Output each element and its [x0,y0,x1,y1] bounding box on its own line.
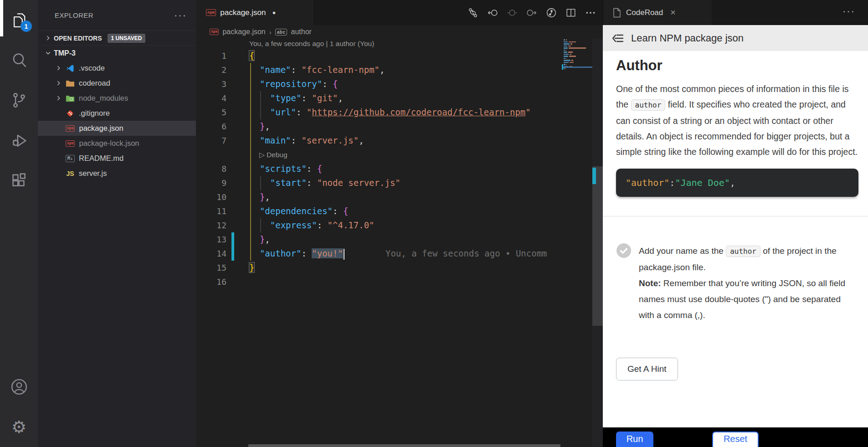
line-number: 4 [206,91,226,105]
more-actions-icon[interactable]: ··· [174,10,187,21]
code-line-5[interactable]: 5 "url": "https://github.com/coderoad/fc… [196,105,562,119]
tree-item-coderoad[interactable]: coderoad [38,76,196,91]
inline-blame: You, a few seconds ago • Uncomm [385,248,547,258]
tree-item-package-json[interactable]: npmpackage.json [38,121,196,136]
modified-dot-icon[interactable]: ● [272,9,276,16]
split-editor-button[interactable] [565,7,577,19]
more-actions-button[interactable] [585,7,596,19]
code-line-16[interactable]: 16 [196,275,562,289]
minimap-modified-mark [562,64,563,70]
vscode-icon [66,64,75,72]
code-line-14[interactable]: 14 "author": "you!"You, a few seconds ag… [196,247,562,261]
npm-icon: npm [206,9,216,16]
navigate-forward-button[interactable] [526,7,538,19]
minimap-selection-line [562,67,592,68]
code-line-3[interactable]: 3 "repository": { [196,77,562,91]
tree-item-server-js[interactable]: JSserver.js [38,166,196,181]
minimap[interactable] [562,39,592,447]
code-line-13[interactable]: 13 }, [196,232,562,247]
breadcrumb-symbol[interactable]: author [291,28,311,36]
search-icon [10,51,28,69]
breakpoint-button[interactable] [506,7,518,19]
chevron-right-icon [55,64,62,72]
accounts-button[interactable] [0,367,38,407]
file-name: server.js [79,169,107,178]
settings-button[interactable]: ⚙ [0,407,38,447]
source-control-activity-button[interactable] [0,80,38,120]
line-number: 8 [206,162,226,176]
code-line-6[interactable]: 6 }, [196,119,562,134]
code-line-8[interactable]: 8 "scripts": { [196,162,562,176]
editor-scrollbar[interactable] [592,39,603,447]
task-item: Add your name as the author of the proje… [616,243,858,323]
code-line-11[interactable]: 11 "dependencies": { [196,204,562,218]
symbol-string-icon: abc [275,29,288,36]
code-line-1[interactable]: 1{ [196,49,562,63]
timeline-button[interactable] [545,7,557,19]
code-line-9[interactable]: 9 "start": "node server.js" [196,176,562,190]
search-activity-button[interactable] [0,40,38,80]
coderoad-footer: Run Reset [603,427,868,447]
vscode-window: 1 [0,0,868,447]
code-line-12[interactable]: 12 "express": "^4.17.0" [196,218,562,232]
tree-item-readme-md[interactable]: M↓README.md [38,151,196,166]
more-actions-icon[interactable]: ··· [842,5,855,17]
file-name: package.json [79,124,123,133]
extensions-activity-button[interactable] [0,160,38,200]
npm-icon: npm [66,125,75,132]
navigate-back-button[interactable] [487,7,498,19]
js-icon: JS [66,170,75,177]
file-name: package-lock.json [79,139,139,148]
blame-codelens[interactable]: You, a few seconds ago | 1 author (You) [196,39,562,49]
tree-item-vscode[interactable]: .vscode [38,61,196,76]
code-line-15[interactable]: 15} [196,261,562,275]
code-editor[interactable]: You, a few seconds ago | 1 author (You)1… [196,39,562,447]
file-name: coderoad [79,79,110,87]
tree-item-package-lock-json[interactable]: npmpackage-lock.json [38,136,196,151]
tree-item-node-modules[interactable]: node_modules [38,91,196,106]
npm-icon: npm [210,29,219,35]
tree-item-gitignore[interactable]: .gitignore [38,106,196,121]
root-folder-label: TMP-3 [54,49,76,57]
npm-icon: npm [66,140,75,147]
modified-overview-mark [592,168,596,184]
compare-changes-button[interactable] [467,7,479,19]
close-icon[interactable]: × [670,7,676,18]
compare-changes-icon [467,7,478,18]
run-debug-activity-button[interactable] [0,120,38,160]
line-number: 13 [206,232,226,247]
editor-toolbar [467,0,596,25]
tutorial-content: Author One of the most common pieces of … [603,51,868,427]
extensions-icon [10,172,28,189]
folder-icon [66,79,75,87]
code-line-10[interactable]: 10 }, [196,190,562,204]
code-line-7[interactable]: 7 "main": "server.js", [196,134,562,148]
line-number: 5 [206,105,226,119]
code-line-2[interactable]: 2 "name": "fcc-learn-npm", [196,63,562,77]
explorer-activity-button[interactable]: 1 [0,0,38,40]
tutorial-header: Learn NPM package json [603,25,868,51]
editor-tab-bar: npm package.json ● [196,0,603,25]
tab-label: package.json [220,8,266,17]
debug-codelens[interactable]: ▷ Debug [196,148,562,162]
sidebar-title: EXPLORER [55,11,174,19]
tree-root-tmp-3[interactable]: TMP-3 [38,46,196,61]
scrollbar-thumb[interactable] [592,166,603,326]
coderoad-tab-bar: CodeRoad × ··· [603,0,868,25]
tab-package-json[interactable]: npm package.json ● [196,0,314,25]
menu-collapse-icon[interactable] [611,31,625,45]
explorer-sidebar: EXPLORER ··· OPEN EDITORS 1 UNSAVED TMP-… [38,0,196,447]
run-button[interactable]: Run [616,432,653,447]
modified-gutter-indicator [231,232,234,247]
breadcrumb-file[interactable]: package.json [222,28,265,36]
tab-coderoad[interactable]: CodeRoad × [603,0,712,25]
text-cursor [344,249,344,260]
code-line-4[interactable]: 4 "type": "git", [196,91,562,105]
open-editors-section[interactable]: OPEN EDITORS 1 UNSAVED [38,31,196,46]
play-icon: ▷ [259,151,265,159]
get-a-hint-button[interactable]: Get A Hint [616,358,678,380]
inline-code: author [631,99,666,111]
horizontal-scrollbar[interactable] [248,444,560,447]
reset-button[interactable]: Reset [712,432,759,447]
more-actions-icon [585,7,596,18]
